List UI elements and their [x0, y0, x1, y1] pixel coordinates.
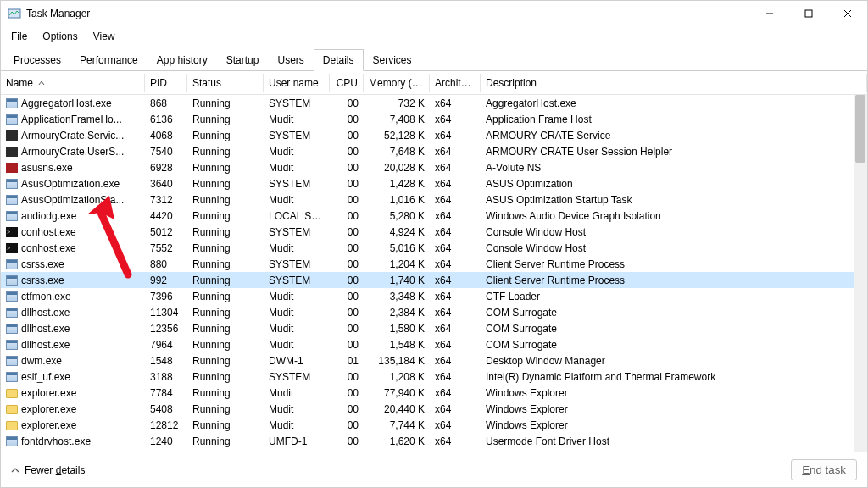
- column-header[interactable]: Status: [187, 74, 264, 92]
- table-row[interactable]: AsusOptimization.exe3640RunningSYSTEM001…: [1, 175, 854, 191]
- cell: audiodg.exe: [1, 210, 145, 222]
- column-header[interactable]: User name: [264, 74, 330, 92]
- table-row[interactable]: >conhost.exe5012RunningSYSTEM004,924 Kx6…: [1, 224, 854, 240]
- table-row[interactable]: ArmouryCrate.UserS...7540RunningMudit007…: [1, 143, 854, 159]
- scrollbar-thumb[interactable]: [855, 95, 865, 163]
- cell: A-Volute NS: [481, 162, 854, 174]
- tab-users[interactable]: Users: [268, 49, 313, 71]
- table-row[interactable]: dllhost.exe11304RunningMudit002,384 Kx64…: [1, 304, 854, 320]
- tab-services[interactable]: Services: [364, 49, 421, 71]
- cell: fontdrvhost.exe: [1, 452, 145, 452]
- cell: ArmouryCrate.UserS...: [1, 146, 145, 158]
- cell: Windows Audio Device Graph Isolation: [481, 210, 854, 222]
- menu-options[interactable]: Options: [36, 28, 84, 45]
- menu-view[interactable]: View: [86, 28, 122, 45]
- cell: SYSTEM: [264, 130, 330, 141]
- cell: Windows Explorer: [481, 419, 854, 431]
- table-row[interactable]: fontdrvhost.exe1240RunningUMFD-1001,620 …: [1, 433, 854, 449]
- table-row[interactable]: >conhost.exe7552RunningMudit005,016 Kx64…: [1, 240, 854, 256]
- cell: 1248: [145, 452, 187, 452]
- cell: Running: [187, 210, 264, 222]
- column-header[interactable]: Memory (a...: [364, 74, 430, 92]
- cell: COM Surrogate: [481, 323, 854, 335]
- tab-details[interactable]: Details: [314, 49, 364, 71]
- table-row[interactable]: ApplicationFrameHo...6136RunningMudit007…: [1, 111, 854, 127]
- column-header[interactable]: Description: [481, 74, 867, 92]
- tab-processes[interactable]: Processes: [4, 49, 70, 71]
- table-row[interactable]: explorer.exe12812RunningMudit007,744 Kx6…: [1, 417, 854, 433]
- table-row[interactable]: ctfmon.exe7396RunningMudit003,348 Kx64CT…: [1, 288, 854, 304]
- column-header[interactable]: CPU: [330, 74, 364, 92]
- cell: SYSTEM: [264, 371, 330, 383]
- cell: 1,580 K: [364, 323, 430, 335]
- table-row[interactable]: dllhost.exe12356RunningMudit001,580 Kx64…: [1, 320, 854, 336]
- cell: ASUS Optimization Startup Task: [481, 194, 854, 206]
- cell: 5408: [145, 403, 187, 415]
- table-row[interactable]: esif_uf.exe3188RunningSYSTEM001,208 Kx64…: [1, 369, 854, 385]
- cell: x64: [430, 162, 481, 174]
- cell: Running: [187, 162, 264, 174]
- cell: 00: [330, 291, 364, 302]
- minimize-button[interactable]: [750, 1, 789, 26]
- table-row[interactable]: asusns.exe6928RunningMudit0020,028 Kx64A…: [1, 159, 854, 175]
- cell: Running: [187, 114, 264, 125]
- cell: x64: [430, 403, 481, 415]
- column-header[interactable]: PID: [145, 74, 187, 92]
- table-row[interactable]: ArmouryCrate.Servic...4068RunningSYSTEM0…: [1, 127, 854, 143]
- app-icon: [6, 356, 18, 366]
- app-icon: [6, 211, 18, 221]
- cell: ctfmon.exe: [1, 291, 145, 302]
- table-row[interactable]: explorer.exe5408RunningMudit0020,440 Kx6…: [1, 401, 854, 417]
- cell: COM Surrogate: [481, 339, 854, 351]
- cell: 7,744 K: [364, 419, 430, 431]
- cell: 00: [330, 387, 364, 399]
- cell: Running: [187, 178, 264, 190]
- tab-app-history[interactable]: App history: [147, 49, 217, 71]
- tab-performance[interactable]: Performance: [70, 49, 147, 71]
- cell: x64: [430, 339, 481, 351]
- column-header[interactable]: Archite...: [430, 74, 481, 92]
- table-row[interactable]: explorer.exe7784RunningMudit0077,940 Kx6…: [1, 385, 854, 401]
- table-row[interactable]: AsusOptimizationSta...7312RunningMudit00…: [1, 191, 854, 208]
- cell: explorer.exe: [1, 387, 145, 399]
- cmd-icon: >: [6, 227, 18, 237]
- cell: Mudit: [264, 403, 330, 415]
- menubar: File Options View: [1, 26, 867, 47]
- table-row[interactable]: csrss.exe992RunningSYSTEM001,740 Kx64Cli…: [1, 272, 854, 288]
- close-button[interactable]: [828, 1, 867, 26]
- cell: UMFD-0: [264, 452, 330, 452]
- cell: Mudit: [264, 114, 330, 125]
- chevron-up-icon[interactable]: [11, 466, 19, 474]
- cell: 00: [330, 274, 364, 286]
- cell: 7,648 K: [364, 146, 430, 158]
- app-icon: [6, 114, 18, 125]
- end-task-button[interactable]: End task: [791, 459, 857, 480]
- cell: 00: [330, 130, 364, 141]
- cell: 00: [330, 97, 364, 109]
- cell: 5,016 K: [364, 242, 430, 254]
- cell: x64: [430, 114, 481, 125]
- cell: Mudit: [264, 307, 330, 319]
- fewer-details-link[interactable]: Fewer details: [25, 464, 85, 476]
- cell: Mudit: [264, 162, 330, 174]
- cell: 3188: [145, 371, 187, 383]
- table-row[interactable]: audiodg.exe4420RunningLOCAL SE...005,280…: [1, 208, 854, 224]
- table-row[interactable]: dwm.exe1548RunningDWM-101135,184 Kx64Des…: [1, 352, 854, 369]
- tab-startup[interactable]: Startup: [217, 49, 269, 71]
- cell: dllhost.exe: [1, 307, 145, 319]
- folder-icon: [6, 389, 18, 398]
- menu-file[interactable]: File: [4, 28, 34, 45]
- cell: 52,128 K: [364, 130, 430, 141]
- cell: COM Surrogate: [481, 307, 854, 319]
- table-row[interactable]: csrss.exe880RunningSYSTEM001,204 Kx64Cli…: [1, 256, 854, 272]
- column-header[interactable]: Name: [1, 74, 145, 92]
- table-row[interactable]: fontdrvhost.exe1248RunningUMFD-0001,024 …: [1, 449, 854, 452]
- titlebar[interactable]: Task Manager: [1, 1, 867, 26]
- table-row[interactable]: dllhost.exe7964RunningMudit001,548 Kx64C…: [1, 336, 854, 352]
- cell: SYSTEM: [264, 178, 330, 190]
- maximize-button[interactable]: [789, 1, 828, 26]
- cell: 7784: [145, 387, 187, 399]
- vertical-scrollbar[interactable]: [854, 95, 867, 452]
- table-row[interactable]: AggregatorHost.exe868RunningSYSTEM00732 …: [1, 95, 854, 111]
- cmd-icon: >: [6, 243, 18, 253]
